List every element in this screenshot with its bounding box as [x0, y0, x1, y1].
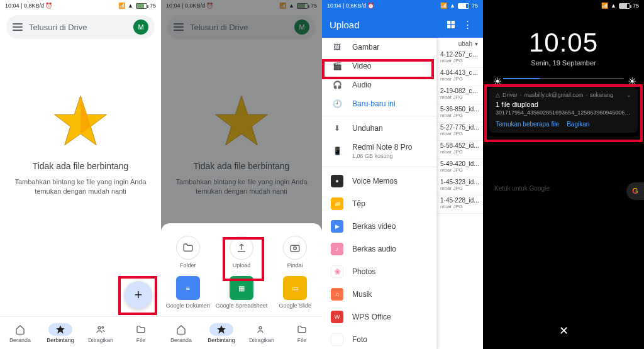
nav-files[interactable]: File — [121, 317, 161, 349]
file-row[interactable]: 1-45-228_id...mbar JPG — [436, 196, 483, 214]
people-icon — [96, 324, 106, 335]
sheet-slides[interactable]: ▭Google Slide — [269, 272, 322, 313]
svg-rect-13 — [452, 25, 455, 28]
svg-point-3 — [98, 326, 101, 329]
svg-rect-12 — [447, 25, 450, 28]
empty-state: Tidak ada file berbintang Tambahkan bint… — [0, 43, 161, 197]
file-row[interactable]: 5-49-420_id...mbar JPG — [436, 159, 483, 177]
search-bar[interactable]: Telusuri di Drive M — [6, 15, 155, 39]
music-icon: ♫ — [331, 288, 343, 301]
source-voicememos[interactable]: ●Voice Memos — [322, 170, 436, 192]
phone-icon: 📱 — [331, 147, 343, 155]
svg-point-7 — [294, 247, 297, 250]
download-icon: ⬇ — [331, 124, 343, 133]
nav-shared[interactable]: Dibagikan — [242, 317, 282, 349]
upload-header: Upload ⋮ — [322, 11, 483, 38]
chevron-down-icon: ▾ — [475, 40, 478, 47]
notif-action-share[interactable]: Bagikan — [567, 121, 589, 128]
source-wps[interactable]: WWPS Office — [322, 306, 436, 328]
file-row[interactable]: 5-36-850_id...mbar JPG — [436, 104, 483, 123]
sheets-icon: ▦ — [230, 276, 253, 300]
chevron-down-icon[interactable]: ⌄ — [626, 92, 631, 98]
sheet-upload[interactable]: Upload — [214, 232, 268, 272]
search-hint[interactable]: Ketuk untuk Google — [494, 185, 550, 192]
sun-low-icon: ☀ — [493, 75, 499, 82]
google-shortcut[interactable]: G — [626, 182, 644, 200]
more-icon[interactable]: ⋮ — [459, 19, 475, 30]
file-row[interactable]: 4-12-257_co...mbar JPG — [436, 50, 483, 68]
star-illustration — [52, 93, 109, 150]
status-bar: 10:04 | 0,8KB/d ⏰ 📶▲75 — [0, 0, 161, 11]
folder-icon — [182, 242, 194, 253]
grid-view-icon[interactable] — [443, 19, 459, 30]
nav-starred[interactable]: Berbintang — [201, 317, 242, 349]
svg-marker-8 — [217, 325, 225, 333]
star-icon — [55, 324, 65, 335]
source-downloads[interactable]: ⬇Unduhan — [322, 119, 436, 138]
lockscreen-clock: 10:05 Senin, 19 September — [483, 11, 644, 67]
sun-high-icon: ☀ — [628, 75, 634, 82]
search-placeholder: Telusuri di Drive — [29, 23, 127, 32]
sort-header[interactable]: ubah ▾ — [436, 38, 483, 50]
nav-home[interactable]: Beranda — [0, 317, 40, 349]
empty-subtitle: Tambahkan bintang ke file yang ingin And… — [11, 177, 150, 197]
avatar[interactable]: M — [133, 19, 148, 35]
file-row[interactable]: 5-58-452_id...mbar JPG — [436, 141, 483, 159]
hamburger-icon[interactable] — [13, 23, 23, 31]
source-video-files[interactable]: ▶Berkas video — [322, 215, 436, 238]
svg-rect-11 — [452, 21, 455, 24]
source-audio-files[interactable]: ♪Berkas audio — [322, 238, 436, 260]
source-tep[interactable]: 📁Tệp — [322, 192, 436, 215]
files-icon: 📁 — [331, 197, 343, 210]
audiofile-icon: ♪ — [331, 243, 343, 255]
source-photos[interactable]: 🌸Photos — [322, 260, 436, 283]
source-musik[interactable]: ♫Musik — [322, 283, 436, 306]
nav-files[interactable]: File — [282, 317, 322, 349]
source-recent[interactable]: 🕘Baru-baru ini — [322, 94, 436, 113]
source-video[interactable]: 🎬Video — [322, 57, 436, 75]
source-foto[interactable]: ✦Foto — [322, 328, 436, 349]
notif-action-locate[interactable]: Temukan beberapa file — [496, 121, 559, 128]
audio-icon: 🎧 — [331, 80, 343, 89]
file-row[interactable]: 2-19-082_co...mbar JPG — [436, 86, 483, 104]
videofile-icon: ▶ — [331, 220, 343, 233]
brightness-slider[interactable]: ☀ ☀ — [483, 67, 644, 87]
status-bar: 📶▲75 — [483, 0, 644, 11]
sheet-scan[interactable]: Pindai — [269, 232, 322, 272]
nav-shared[interactable]: Dibagikan — [80, 317, 121, 349]
status-bar: 10:04 | 0,6KB/d ⏰ 📶▲75 — [322, 0, 483, 11]
home-icon — [15, 324, 25, 335]
fab-new[interactable]: + — [125, 281, 152, 309]
clock-date: Senin, 19 September — [483, 59, 644, 67]
panel-upload-picker: 10:04 | 0,6KB/d ⏰ 📶▲75 Upload ⋮ ubah ▾ 4… — [322, 0, 483, 349]
voicememos-icon: ● — [331, 175, 343, 187]
nav-starred[interactable]: Berbintang — [40, 317, 80, 349]
empty-title: Tidak ada file berbintang — [11, 161, 150, 171]
image-icon: 🖼 — [331, 43, 343, 52]
bottom-nav: Beranda Berbintang Dibagikan File — [0, 316, 161, 349]
source-gambar[interactable]: 🖼Gambar — [322, 38, 436, 57]
source-audio[interactable]: 🎧Audio — [322, 75, 436, 94]
sheet-docs[interactable]: ≡Google Dokumen — [161, 272, 214, 313]
clock-icon: 🕘 — [331, 99, 343, 108]
svg-marker-2 — [56, 325, 64, 333]
svg-rect-6 — [291, 245, 300, 252]
sheet-folder[interactable]: Folder — [161, 232, 214, 272]
file-row[interactable]: 5-27-775_id...mbar JPG — [436, 123, 483, 141]
file-row[interactable]: 4-04-413_co...mbar JPG — [436, 68, 483, 86]
upload-icon — [236, 242, 247, 253]
file-row[interactable]: 1-45-323_id...mbar JPG — [436, 177, 483, 196]
upload-notification[interactable]: △ Driver · masbilly.ok@gmail.com · sekar… — [489, 87, 638, 133]
drive-icon: △ — [496, 92, 500, 98]
panel-lockscreen: 📶▲75 10:05 Senin, 19 September ☀ ☀ △ Dri… — [483, 0, 644, 349]
page-title: Upload — [330, 19, 360, 30]
sheet-sheets[interactable]: ▦Google Spreadsheet — [214, 272, 268, 313]
file-grid: ubah ▾ 4-12-257_co...mbar JPG4-04-413_co… — [436, 38, 483, 214]
source-device[interactable]: 📱Redmi Note 8 Pro1,06 GB kosong — [322, 138, 436, 164]
slides-icon: ▭ — [283, 276, 307, 300]
battery-icon — [136, 3, 147, 9]
close-button[interactable]: ✕ — [559, 324, 569, 338]
svg-point-9 — [259, 326, 262, 329]
nav-home[interactable]: Beranda — [161, 317, 201, 349]
wifi-icon: ▲ — [128, 3, 133, 9]
